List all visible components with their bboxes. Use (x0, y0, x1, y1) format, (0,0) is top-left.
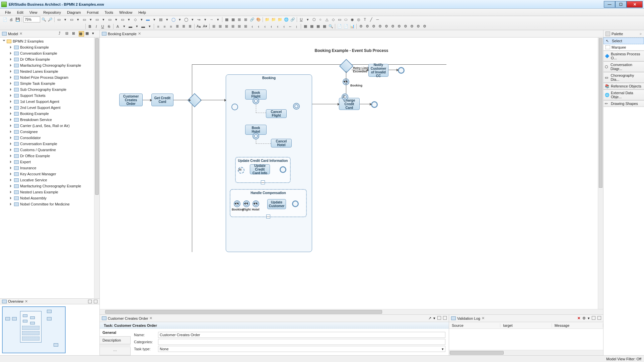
tree-item[interactable]: Nested Lanes Example (0, 189, 99, 195)
shape-icon[interactable]: ▭ (69, 17, 74, 22)
update-cc-start-event[interactable]: ✉ (238, 167, 244, 174)
palette-drawer[interactable]: ✏Drawing Shapes (603, 100, 644, 107)
val-col-message[interactable]: Message (552, 323, 603, 327)
event-icon[interactable]: ◯ (183, 17, 189, 22)
prop-type-combo[interactable]: None▾ (158, 346, 445, 352)
misc-icon[interactable]: ⚙ (358, 23, 364, 29)
align-top-icon[interactable]: ≣ (174, 23, 180, 29)
close-overview-icon[interactable]: ✕ (25, 299, 28, 304)
align-mid-icon[interactable]: ≣ (181, 23, 187, 29)
distribute-icon[interactable]: ⊞ (236, 23, 242, 29)
layout-icon[interactable]: ▦ (302, 23, 308, 29)
diagram-canvas[interactable]: Booking Example - Event Sub Process Cust… (100, 38, 603, 309)
align-center-icon[interactable]: ≡ (162, 23, 167, 29)
close-button[interactable]: ✕ (627, 1, 643, 8)
booking-start-event[interactable] (231, 104, 238, 110)
process-end-event[interactable] (371, 101, 378, 108)
event-icon[interactable]: ◯ (170, 17, 176, 22)
tree-item[interactable]: 2nd Level Support Agent (0, 105, 99, 111)
comp-hotel-event[interactable]: ◂◂ (253, 200, 259, 207)
align-icon[interactable]: ⫞ (281, 23, 287, 29)
maximize-button[interactable]: ☐ (615, 1, 627, 8)
palette-tool-select[interactable]: ↖ Select (603, 38, 644, 44)
snap-icon[interactable]: ⊞ (243, 17, 248, 22)
align-right-icon[interactable]: ≡ (168, 23, 174, 29)
prop-menu-icon[interactable]: ▾ (433, 316, 435, 320)
zoom-in-icon[interactable]: 🔎 (47, 17, 53, 22)
misc-icon[interactable]: ⚙ (364, 23, 370, 29)
find-icon[interactable]: 🔍 (328, 23, 334, 29)
val-col-source[interactable]: Source (449, 323, 500, 327)
task-blue-icon[interactable]: ▬ (145, 17, 151, 22)
misc-icon[interactable]: ⚙ (396, 23, 402, 29)
tree-item[interactable]: Locative Service (0, 177, 99, 183)
dropdown-icon[interactable]: ▾ (139, 17, 144, 22)
booking-end-event[interactable] (293, 103, 300, 110)
menu-diagram[interactable]: Diagram (64, 9, 84, 15)
clear-validation-icon[interactable]: ✕ (577, 316, 580, 320)
comp-flight-event[interactable]: ◂◂ (243, 200, 250, 207)
validation-tool-icon[interactable]: ⚙ (582, 316, 586, 320)
val-col-target[interactable]: target (500, 323, 552, 327)
menu-file[interactable]: File (2, 9, 14, 15)
minimize-button[interactable]: — (604, 1, 615, 8)
align-icon[interactable]: ⫞ (249, 23, 255, 29)
dropdown-icon[interactable]: ▾ (215, 17, 221, 22)
shape-icon[interactable]: ▭ (120, 17, 125, 22)
shape-diamond-icon[interactable]: ◇ (330, 17, 336, 22)
max-icon[interactable] (94, 300, 97, 303)
tree-item[interactable]: Support Tickets (0, 93, 99, 99)
data-icon[interactable]: ▤ (158, 17, 163, 22)
chart-icon[interactable]: 📊 (349, 23, 355, 29)
tree-item[interactable]: Dr Office Example (0, 56, 99, 62)
doc-icon[interactable]: 📄 (337, 23, 342, 29)
align-bot-icon[interactable]: ≣ (187, 23, 193, 29)
menu-view[interactable]: View (26, 9, 41, 15)
save-icon[interactable]: 💾 (15, 17, 20, 22)
line-icon[interactable]: ─ (375, 17, 380, 22)
dropdown-icon[interactable]: ▾ (62, 17, 68, 22)
tree-item[interactable]: Dr Office Example (0, 153, 99, 159)
tool-icon[interactable]: ▦ (85, 31, 91, 37)
misc-icon[interactable]: ⚙ (383, 23, 389, 29)
tree-item[interactable]: Insurance (0, 165, 99, 171)
shape-icon[interactable]: ▭ (56, 17, 62, 22)
palette-drawer[interactable]: ▭Choreography Dia... (603, 72, 644, 83)
grid-icon[interactable]: ▦ (224, 17, 229, 22)
tree-item[interactable]: Carrier (Land, Sea, Rail or Air) (0, 123, 99, 129)
align-icon[interactable]: ⫞ (268, 23, 274, 29)
globe-icon[interactable]: 🌐 (283, 17, 289, 22)
task-customer-creates-order[interactable]: Customer Creates Order (119, 94, 143, 106)
close-prop-icon[interactable]: ✕ (149, 316, 152, 320)
line-icon[interactable]: ╱ (368, 17, 374, 22)
tree-scrollbar[interactable] (95, 38, 99, 195)
tree-item[interactable]: Manfacturing Choreography Example (0, 183, 99, 189)
underline-icon[interactable]: U (100, 23, 105, 29)
text-icon[interactable]: T (362, 17, 368, 22)
zoom-combo[interactable]: 75% (23, 16, 40, 22)
misc-icon[interactable]: ⚙ (377, 23, 383, 29)
prop-cat-field[interactable] (158, 339, 445, 345)
book-flight-boundary-event[interactable] (253, 98, 259, 104)
tree-item[interactable]: Nested Lanes Example (0, 68, 99, 74)
palette-icon[interactable]: 🎨 (256, 17, 261, 22)
italic-icon[interactable]: I (93, 23, 99, 29)
diagram-hscroll[interactable] (105, 310, 382, 314)
dropdown-icon[interactable]: ▾ (164, 17, 170, 22)
dropdown-icon[interactable]: ▾ (177, 17, 183, 22)
handle-comp-end-event[interactable] (292, 200, 299, 207)
menu-help[interactable]: Help (135, 9, 149, 15)
dropdown-icon[interactable]: ▾ (202, 17, 208, 22)
shape-rect-icon[interactable]: ▭ (337, 17, 342, 22)
layout-icon[interactable]: ▦ (315, 23, 321, 29)
shape-icon[interactable]: ▭ (94, 17, 100, 22)
shape-tri-icon[interactable]: △ (324, 17, 330, 22)
shape-hex-icon[interactable]: ⬡ (311, 17, 317, 22)
collapse-marker[interactable]: — (266, 215, 270, 219)
size-icon[interactable]: ↕ (294, 23, 299, 29)
misc-icon[interactable]: ⚙ (422, 23, 427, 29)
charge-cc-boundary-event[interactable]: ⚠ (342, 94, 348, 100)
dropdown-icon[interactable]: ▾ (134, 23, 140, 29)
tree-item[interactable]: Conversation Example (0, 50, 99, 56)
shape-icon[interactable]: ▭ (81, 17, 87, 22)
